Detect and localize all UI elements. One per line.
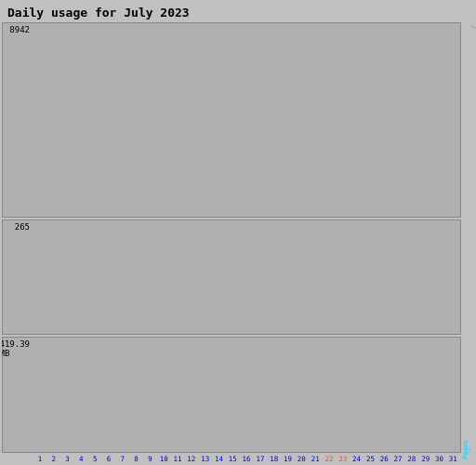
x-label: 9 xyxy=(144,455,157,463)
x-label: 23 xyxy=(337,455,350,463)
main-container: Daily usage for July 2023 8942 265 419.3… xyxy=(0,0,476,465)
x-axis: 1234567891011121314151617181920212223242… xyxy=(2,454,461,463)
bars-area-2 xyxy=(33,220,460,335)
x-label: 31 xyxy=(446,455,459,463)
panel-3: 419.39 MB xyxy=(2,337,461,453)
x-label: 8 xyxy=(130,455,143,463)
x-label: 17 xyxy=(254,455,267,463)
x-label: 21 xyxy=(309,455,322,463)
x-label: 18 xyxy=(268,455,281,463)
legend-pages: Pages xyxy=(462,25,469,459)
y-label-3: 419.39 MB xyxy=(3,338,33,452)
panel-2: 265 xyxy=(2,219,461,336)
x-label: 3 xyxy=(61,455,74,463)
x-label: 14 xyxy=(213,455,226,463)
x-label: 30 xyxy=(433,455,446,463)
x-label: 26 xyxy=(377,455,390,463)
bars-area-3 xyxy=(33,338,460,452)
x-label: 13 xyxy=(199,455,212,463)
x-label: 6 xyxy=(102,455,115,463)
x-label: 28 xyxy=(405,455,418,463)
x-label: 19 xyxy=(282,455,295,463)
x-label: 25 xyxy=(364,455,377,463)
y-label-1: 8942 xyxy=(3,23,33,217)
x-label: 29 xyxy=(419,455,432,463)
chart-title: Daily usage for July 2023 xyxy=(2,2,474,21)
x-label: 16 xyxy=(240,455,253,463)
y-label-2: 265 xyxy=(3,220,33,335)
legend-column: Pages / Files / Hits kBytes / Visits / S… xyxy=(461,21,474,463)
x-label: 4 xyxy=(74,455,87,463)
panel-1: 8942 xyxy=(2,22,461,218)
x-label: 2 xyxy=(47,455,60,463)
x-label: 15 xyxy=(226,455,239,463)
x-label: 12 xyxy=(185,455,198,463)
x-label: 10 xyxy=(157,455,170,463)
x-label: 5 xyxy=(88,455,101,463)
x-label: 24 xyxy=(350,455,364,463)
bars-area-1 xyxy=(33,23,460,217)
x-label: 1 xyxy=(33,455,46,463)
x-label: 22 xyxy=(323,455,336,463)
x-label: 11 xyxy=(171,455,184,463)
x-label: 27 xyxy=(391,455,404,463)
legend-slash-1: / xyxy=(469,25,476,459)
x-label: 20 xyxy=(295,455,308,463)
x-label: 7 xyxy=(116,455,129,463)
